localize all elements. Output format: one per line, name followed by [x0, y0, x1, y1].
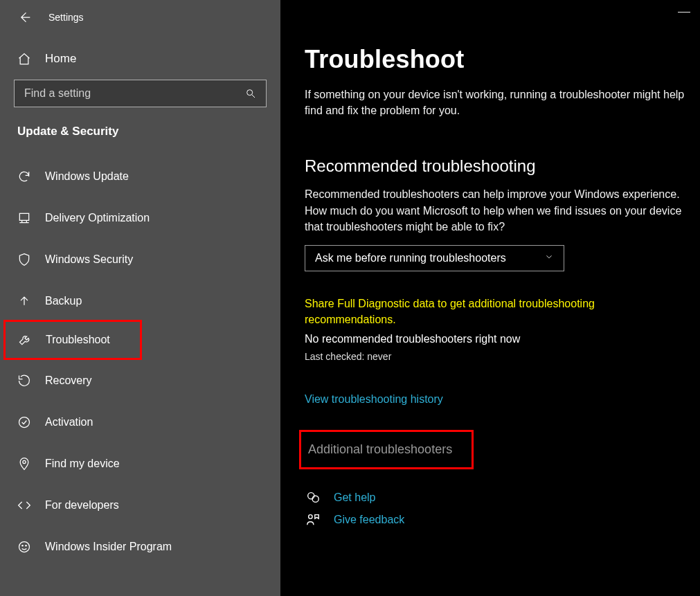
sidebar-item-windows-update[interactable]: Windows Update — [0, 156, 280, 197]
no-recommended-text: No recommended troubleshooters right now — [305, 333, 700, 345]
sidebar-item-label: Find my device — [45, 458, 120, 470]
sidebar-item-windows-insider[interactable]: Windows Insider Program — [0, 526, 280, 568]
code-icon — [17, 498, 31, 512]
page-description: If something on your device isn't workin… — [305, 87, 692, 118]
search-input[interactable] — [14, 80, 267, 107]
svg-point-5 — [21, 545, 24, 547]
diagnostic-data-link[interactable]: Share Full Diagnostic data to get additi… — [305, 296, 665, 327]
svg-point-3 — [23, 460, 26, 463]
home-label: Home — [45, 52, 76, 66]
search-icon — [245, 88, 256, 99]
sidebar-item-label: Windows Update — [45, 170, 129, 183]
svg-rect-1 — [19, 213, 28, 220]
sidebar-item-windows-security[interactable]: Windows Security — [0, 239, 280, 280]
last-checked-text: Last checked: never — [305, 351, 700, 362]
svg-point-4 — [19, 542, 30, 552]
sidebar-item-backup[interactable]: Backup — [0, 280, 280, 322]
svg-point-8 — [312, 496, 318, 503]
search-field[interactable] — [24, 87, 245, 100]
nav-list: Windows Update Delivery Optimization Win… — [0, 156, 280, 568]
page-title: Troubleshoot — [305, 45, 700, 74]
svg-point-6 — [25, 545, 27, 547]
sidebar-item-label: Recovery — [45, 374, 92, 387]
recovery-icon — [17, 374, 31, 388]
sidebar-item-label: For developers — [45, 499, 119, 512]
sidebar-item-label: Windows Insider Program — [45, 541, 172, 553]
sidebar-item-label: Delivery Optimization — [45, 212, 150, 224]
get-help-icon — [305, 490, 321, 505]
activation-icon — [17, 415, 31, 429]
troubleshooting-history-link[interactable]: View troubleshooting history — [305, 393, 700, 406]
sidebar-item-find-my-device[interactable]: Find my device — [0, 443, 280, 485]
svg-point-2 — [19, 417, 30, 428]
section-header: Update & Security — [0, 125, 280, 156]
app-title: Settings — [48, 12, 84, 23]
location-icon — [17, 457, 31, 471]
svg-point-9 — [309, 515, 313, 519]
chevron-down-icon — [544, 252, 554, 264]
recommended-header: Recommended troubleshooting — [305, 156, 700, 176]
feedback-icon — [305, 512, 321, 527]
sidebar-item-label: Windows Security — [45, 253, 133, 266]
sidebar-item-delivery-optimization[interactable]: Delivery Optimization — [0, 197, 280, 239]
home-icon — [17, 52, 31, 66]
dropdown-value: Ask me before running troubleshooters — [315, 252, 506, 264]
back-arrow-icon[interactable] — [17, 10, 31, 24]
sidebar: Settings Home Update & Security Windows … — [0, 0, 280, 596]
sidebar-item-troubleshoot[interactable]: Troubleshoot — [3, 320, 142, 360]
home-button[interactable]: Home — [0, 45, 280, 80]
insider-icon — [17, 540, 31, 554]
sidebar-item-label: Troubleshoot — [46, 334, 110, 346]
svg-point-7 — [308, 493, 314, 499]
main-content: — Troubleshoot If something on your devi… — [280, 0, 700, 596]
svg-point-0 — [247, 90, 253, 96]
additional-troubleshooters-link[interactable]: Additional troubleshooters — [299, 430, 474, 469]
sidebar-item-label: Activation — [45, 416, 93, 428]
give-feedback-link[interactable]: Give feedback — [334, 514, 404, 526]
sidebar-item-for-developers[interactable]: For developers — [0, 485, 280, 526]
backup-icon — [17, 294, 31, 308]
get-help-link[interactable]: Get help — [334, 491, 375, 504]
sidebar-item-activation[interactable]: Activation — [0, 401, 280, 443]
wrench-icon — [18, 333, 32, 347]
shield-icon — [17, 253, 31, 267]
troubleshoot-preference-dropdown[interactable]: Ask me before running troubleshooters — [305, 245, 564, 271]
sidebar-item-label: Backup — [45, 295, 82, 307]
recommended-description: Recommended troubleshooters can help imp… — [305, 186, 692, 235]
delivery-icon — [17, 211, 31, 225]
window-minimize-button[interactable]: — — [678, 4, 690, 19]
sidebar-item-recovery[interactable]: Recovery — [0, 360, 280, 401]
sync-icon — [17, 170, 31, 183]
